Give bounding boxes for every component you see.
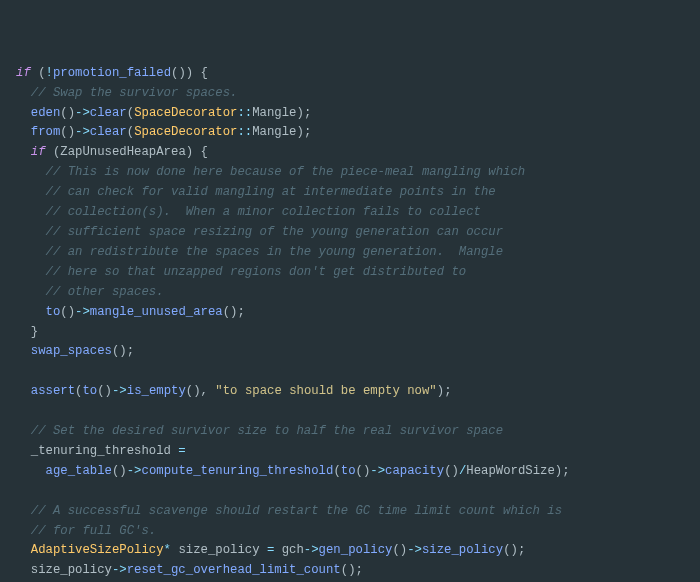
- comment: // This is now done here because of the …: [46, 165, 526, 179]
- fn-mangle-unused-area: mangle_unused_area: [90, 305, 223, 319]
- brace-close: }: [31, 325, 38, 339]
- fn-gen-policy: gen_policy: [319, 543, 393, 557]
- id-gch: gch: [282, 543, 304, 557]
- comment: // for full GC's.: [31, 524, 156, 538]
- comment: // Swap the survivor spaces.: [31, 86, 238, 100]
- string-literal: "to space should be empty now": [215, 384, 436, 398]
- code-editor[interactable]: if (!promotion_failed()) { // Swap the s…: [16, 64, 696, 582]
- fn-from: from: [31, 125, 61, 139]
- paren-open: (: [38, 66, 45, 80]
- fn-promotion-failed: promotion_failed: [53, 66, 171, 80]
- comment: // collection(s). When a minor collectio…: [46, 205, 481, 219]
- comment: // other spaces.: [46, 285, 164, 299]
- fn-to: to: [46, 305, 61, 319]
- comment: // can check for valid mangling at inter…: [46, 185, 496, 199]
- fn-is-empty: is_empty: [127, 384, 186, 398]
- fn-clear: clear: [90, 106, 127, 120]
- class-adaptivesizepolicy: AdaptiveSizePolicy: [31, 543, 164, 557]
- fn-eden: eden: [31, 106, 61, 120]
- paren-close: ): [186, 66, 193, 80]
- class-spacedecorator: SpaceDecorator: [134, 106, 237, 120]
- id-size-policy: size_policy: [178, 543, 259, 557]
- fn-capacity: capacity: [385, 464, 444, 478]
- fn-compute-tenuring: compute_tenuring_threshold: [142, 464, 334, 478]
- id-heapwordsize: HeapWordSize: [466, 464, 555, 478]
- comment: // Set the desired survivor size to half…: [31, 424, 503, 438]
- fn-reset-gc: reset_gc_overhead_limit_count: [127, 563, 341, 577]
- op-star: *: [164, 543, 171, 557]
- paren-close: ): [178, 66, 185, 80]
- op-arrow: ->: [75, 106, 90, 120]
- op-scope: ::: [237, 106, 252, 120]
- fn-age-table: age_table: [46, 464, 112, 478]
- keyword-if: if: [31, 145, 46, 159]
- comment: // here so that unzapped regions don't g…: [46, 265, 467, 279]
- comment: // an redistribute the spaces in the you…: [46, 245, 504, 259]
- comment: // sufficient space resizing of the youn…: [46, 225, 504, 239]
- keyword-if: if: [16, 66, 31, 80]
- op-eq: =: [171, 444, 193, 458]
- op-not: !: [46, 66, 53, 80]
- id-mangle: Mangle: [252, 106, 296, 120]
- fn-assert: assert: [31, 384, 75, 398]
- fn-size-policy: size_policy: [422, 543, 503, 557]
- brace-open: {: [201, 66, 208, 80]
- id-tenuring-threshold: _tenuring_threshold: [31, 444, 171, 458]
- fn-swap-spaces: swap_spaces: [31, 344, 112, 358]
- id-zap: ZapUnusedHeapArea: [60, 145, 185, 159]
- comment: // A successful scavenge should restart …: [31, 504, 562, 518]
